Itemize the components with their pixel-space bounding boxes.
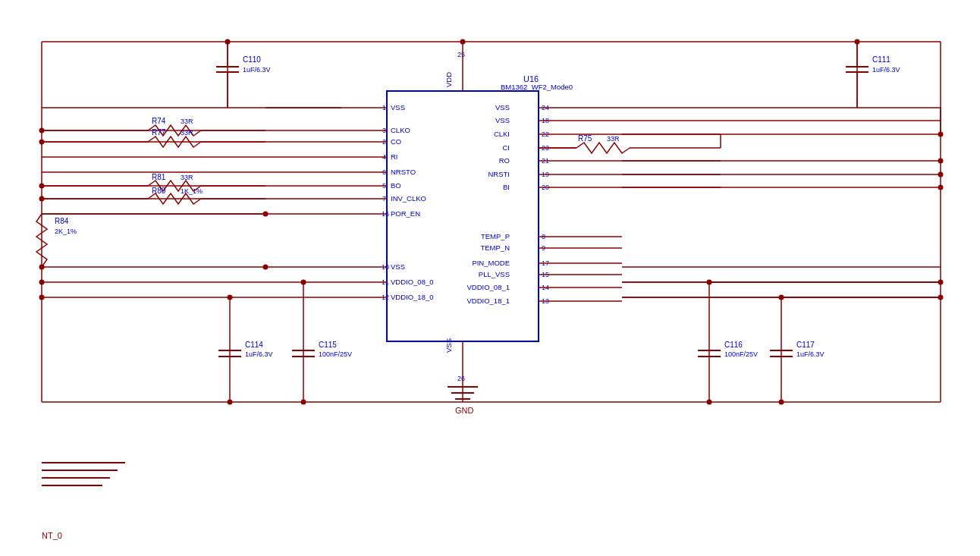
svg-point-116 <box>39 295 45 300</box>
r80-ref: R80 <box>152 187 166 195</box>
r77-value: 33R <box>181 129 193 137</box>
svg-point-110 <box>39 128 45 134</box>
schematic-canvas: U16 BM1362_WF2_Mode0 25 VDD 26 VSS VSS 1… <box>0 0 980 556</box>
pin20-label: BI <box>503 183 510 191</box>
pin2-label: CO <box>391 137 401 146</box>
pin9-label: TEMP_N <box>480 243 510 252</box>
r77-ref: R77 <box>152 128 166 137</box>
pin5-label: BO <box>391 181 401 190</box>
svg-point-112 <box>39 184 45 189</box>
c111-ref: C111 <box>872 55 890 64</box>
c114-ref: C114 <box>245 341 263 349</box>
svg-point-111 <box>39 140 45 145</box>
r75-ref: R75 <box>578 134 592 143</box>
r84-ref: R84 <box>55 217 69 225</box>
pin13-label: VDDIO_18_1 <box>466 297 510 305</box>
svg-point-133 <box>263 265 269 270</box>
svg-point-115 <box>39 280 45 285</box>
c117-ref: C117 <box>796 341 815 349</box>
r74-ref: R74 <box>152 117 166 125</box>
pin17-label: PIN_MODE <box>472 259 510 267</box>
ic-part: BM1362_WF2_Mode0 <box>501 83 573 91</box>
r81-value: 33R <box>181 174 193 181</box>
c115-ref: C115 <box>319 341 337 349</box>
vdd-pin-num: 25 <box>457 51 465 58</box>
svg-point-132 <box>263 212 269 217</box>
pin18-label: VSS <box>495 116 510 124</box>
c110-ref: C110 <box>243 55 261 64</box>
vdd-label: VDD <box>444 72 453 87</box>
pin7-label: INV_CLKO <box>391 194 426 203</box>
r81-ref: R81 <box>152 173 166 181</box>
c116-ref: C116 <box>724 341 743 349</box>
gnd-label: GND <box>455 406 474 415</box>
pin16-label: POR_EN <box>391 209 420 218</box>
c110-value: 1uF/6.3V <box>243 66 271 74</box>
r84-value: 2K_1% <box>55 228 77 235</box>
svg-point-119 <box>938 172 944 177</box>
vss-label-bottom: VSS <box>444 338 453 353</box>
pin19-label: NRSTI <box>488 170 510 178</box>
svg-point-140 <box>228 295 232 300</box>
vss-pin-num: 26 <box>457 375 465 382</box>
svg-point-128 <box>707 400 712 405</box>
pin21-label: RO <box>499 156 510 165</box>
svg-point-118 <box>938 159 944 164</box>
pin4-label: RI <box>391 152 398 161</box>
pin12-label: VDDIO_18_0 <box>391 293 434 301</box>
svg-point-126 <box>228 400 233 405</box>
svg-point-113 <box>39 196 45 202</box>
c114-value: 1uF/6.3V <box>245 350 273 358</box>
pin14-label: VDDIO_08_1 <box>466 283 510 291</box>
svg-point-127 <box>301 400 306 405</box>
pin8-label: TEMP_P <box>481 232 510 240</box>
svg-point-141 <box>301 280 306 284</box>
pin6-label: NRSTO <box>391 168 416 176</box>
c115-value: 100nF/25V <box>319 350 352 358</box>
r80-value: 1K_1% <box>181 187 203 195</box>
pin11-label: VDDIO_08_0 <box>391 278 434 286</box>
svg-point-120 <box>938 185 944 190</box>
pin23-label: CI <box>503 143 510 152</box>
c116-value: 100nF/25V <box>724 350 758 358</box>
pin15-label: PLL_VSS <box>479 270 510 278</box>
svg-point-125 <box>460 39 466 45</box>
r74-value: 33R <box>181 118 193 125</box>
c117-value: 1uF/6.3V <box>796 350 825 358</box>
pin3-label: CLKO <box>391 126 410 134</box>
r75-value: 33R <box>607 135 620 143</box>
pin10-label: VSS <box>391 262 405 271</box>
svg-point-123 <box>225 39 231 45</box>
pin22-label: CLKI <box>494 130 510 138</box>
pin1-label: VSS <box>391 103 405 112</box>
nt0-label: NT_0 <box>42 531 62 540</box>
svg-point-124 <box>855 39 860 45</box>
svg-point-114 <box>39 265 45 270</box>
c111-value: 1uF/6.3V <box>872 66 900 74</box>
svg-point-129 <box>779 400 784 405</box>
pin24-label: VSS <box>495 103 510 112</box>
